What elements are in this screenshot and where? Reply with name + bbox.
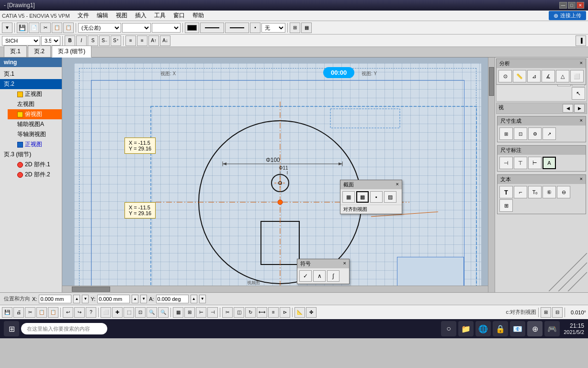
taskbar-catia[interactable]: ⊕ [527,321,543,336]
x-down-btn[interactable]: ▼ [82,295,89,303]
section-panel-header[interactable]: 截面 × [340,180,402,189]
strike-btn[interactable]: S [88,35,98,46]
btb-zoom-in[interactable]: 🔍 [147,307,157,318]
section-close[interactable]: × [396,181,399,188]
menu-window[interactable]: 窗口 [170,11,189,21]
menu-tools[interactable]: 工具 [150,11,170,21]
a-input[interactable] [156,295,189,303]
analysis-close[interactable]: × [580,60,583,67]
taskbar-outlook[interactable]: 📧 [510,321,525,336]
align-center-btn[interactable]: ≡ [137,35,147,46]
taskbar-security[interactable]: 🔒 [493,321,508,336]
tb-icon1[interactable]: ⊞ [290,23,300,33]
align-left-btn[interactable]: ≡ [125,35,136,46]
text-btn-circle-minus[interactable]: ⊖ [557,186,570,198]
tab-page1[interactable]: 页.1 [4,46,27,57]
btb-sym[interactable]: ⊳ [280,307,290,318]
symbol-btn2[interactable]: ∧ [313,270,326,282]
sidebar-item-2dpart1[interactable]: 2D 部件.1 [8,160,62,170]
btb-btn6[interactable]: ↩ [63,307,73,318]
dim-ann-btn1[interactable]: ⊣ [499,157,513,169]
subscript-btn[interactable]: S₋ [99,35,110,46]
right-panel-btn[interactable]: ▐ [576,35,586,46]
symbol-close[interactable]: × [343,260,346,267]
analysis-btn2[interactable]: 📏 [513,70,526,82]
btb-grid[interactable]: ▦ [173,307,183,318]
text-btn-circle6[interactable]: ⑥ [543,186,556,198]
sidebar-item-frontview[interactable]: 正视图 [8,89,62,99]
maximize-button[interactable]: □ [568,2,576,9]
section-btn3[interactable]: ▪ [370,191,383,203]
sidebar-item-isoview[interactable]: 等轴测视图 [8,129,62,139]
dim-gen-btn3[interactable]: ⚙ [528,127,542,140]
tb-icon2[interactable]: ▦ [301,23,312,33]
analysis-btn6[interactable]: ⬜ [570,70,584,82]
btb-btn1[interactable]: 💾 [2,307,12,318]
btb-zoom-all[interactable]: ⊡ [135,307,146,318]
connect-upload-button[interactable]: ⊕ 连接上传 [549,11,586,20]
btb-scale[interactable]: ⟷ [257,307,267,318]
menu-view[interactable]: 视图 [112,11,131,21]
taskbar-files[interactable]: 📁 [458,321,474,336]
btb-rotate[interactable]: ↻ [245,307,256,318]
line-thick-btn[interactable] [225,23,249,33]
sidebar-item-page3[interactable]: 页.3 (细节) [0,150,62,160]
text-btn-grid[interactable]: ⊞ [499,199,513,212]
btb-btn2[interactable]: 🖨 [13,307,24,318]
y-input[interactable] [97,295,130,303]
text-btn-slant[interactable]: ⌐ [514,186,527,198]
btb-select[interactable]: ⬜ [101,307,111,318]
dim-gen-btn1[interactable]: ⊞ [499,127,513,140]
symbol-panel-header[interactable]: 符号 × [297,259,349,268]
tab-page2[interactable]: 页.2 [28,46,51,57]
sidebar-item-topview[interactable]: 俯视图 [8,109,62,119]
btb-mirror[interactable]: ◫ [234,307,244,318]
text-btn-T0[interactable]: T₀ [528,186,542,198]
tb-arrow[interactable]: ▼ [2,23,12,33]
symbol-btn3[interactable]: ∫ [327,270,339,282]
btb-coord[interactable]: ✤ [306,307,317,318]
dim-gen-btn4[interactable]: ↗ [543,127,556,140]
tb-btn1[interactable]: 📄 [29,23,39,33]
bold-btn[interactable]: B [65,35,75,46]
taskbar-cortana[interactable]: ○ [441,321,456,336]
section-btn1[interactable]: ▦ [342,191,355,203]
minimize-button[interactable]: — [559,2,567,9]
y-down-btn[interactable]: ▼ [140,295,147,303]
text-btn-T[interactable]: T [499,186,513,198]
sidebar-item-auxview[interactable]: 辅助视图A [8,119,62,129]
menu-edit[interactable]: 编辑 [93,11,112,21]
section-btn2[interactable]: ▩ [356,191,369,203]
analysis-btn1[interactable]: ⊙ [498,70,512,82]
superscript-btn[interactable]: S⁺ [111,35,121,46]
font-size-up-btn[interactable]: A↑ [148,35,159,46]
a-up-btn[interactable]: ▲ [191,295,197,303]
close-button[interactable]: ✕ [577,2,584,9]
dim-gen-btn2[interactable]: ⊡ [514,127,527,140]
analysis-btn4[interactable]: ∡ [542,70,555,82]
btb-zoom-out[interactable]: 🔍 [158,307,169,318]
view-right-btn1[interactable]: ◀ [563,104,573,113]
x-up-btn[interactable]: ▲ [73,295,80,303]
tb-btn3[interactable]: 📋 [52,23,62,33]
right-btn-arrow[interactable]: ↖ [572,87,585,100]
btb-btn8[interactable]: ? [86,307,96,318]
sidebar-item-frontview2[interactable]: 正视图 [8,139,62,150]
horizontal-scrollbar[interactable] [62,286,488,292]
color-btn[interactable] [185,23,199,33]
dim-ann-btn3[interactable]: ⊢ [528,157,542,169]
point-btn[interactable]: • [250,23,260,33]
dim-ann-btn2[interactable]: ⊤ [514,157,527,169]
italic-btn[interactable]: I [76,35,87,46]
vertical-scrollbar[interactable] [488,58,495,292]
menu-insert[interactable]: 插入 [131,11,150,21]
btb-cut[interactable]: ✂ [222,307,233,318]
sidebar-item-page2[interactable]: 页.2 [0,79,62,89]
btb-zoom-window[interactable]: ⬚ [124,307,134,318]
btb-measure[interactable]: 📐 [294,307,305,318]
btb-btn7[interactable]: ↪ [74,307,85,318]
menu-file[interactable]: 文件 [74,11,93,21]
btb-btn3[interactable]: ✂ [25,307,35,318]
dim-gen-close[interactable]: × [580,117,583,125]
btb-auto[interactable]: ⊣ [207,307,218,318]
